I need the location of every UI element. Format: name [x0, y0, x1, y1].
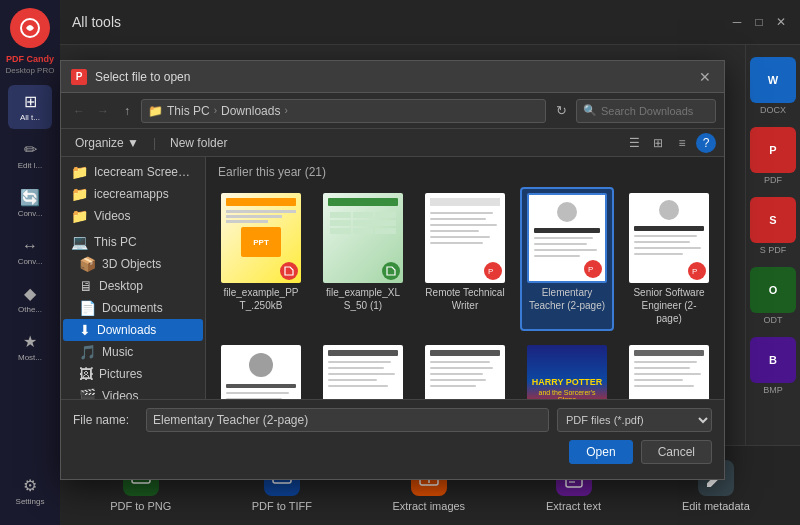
back-button[interactable]: ← [69, 101, 89, 121]
nav-item-documents[interactable]: 📄 Documents [63, 297, 203, 319]
filetype-select[interactable]: PDF files (*.pdf) All files (*.*) [557, 408, 712, 432]
file-label-elementary: Elementary Teacher (2-page) [527, 286, 607, 312]
nav-docs-icon: 📄 [79, 300, 96, 316]
nav-item-downloads[interactable]: ⬇ Downloads [63, 319, 203, 341]
right-tool-odt[interactable]: O ODT [748, 263, 798, 329]
help-button[interactable]: ? [696, 133, 716, 153]
organize-button[interactable]: Organize ▼ [69, 134, 145, 152]
right-tool-spdf[interactable]: S S PDF [748, 193, 798, 259]
close-button[interactable]: ✕ [774, 15, 788, 29]
nav-item-pictures[interactable]: 🖼 Pictures [63, 363, 203, 385]
file-label-remote: Remote Technical Writer [425, 286, 505, 312]
nav-label-icecreamapps: icecreamapps [94, 187, 195, 201]
bmp-tool-icon: B [750, 337, 796, 383]
nav-label-videos2: Videos [102, 389, 195, 399]
dialog-close-button[interactable]: ✕ [696, 68, 714, 86]
nav-pc-icon: 💻 [71, 234, 88, 250]
nav-label-3d: 3D Objects [102, 257, 195, 271]
cancel-button[interactable]: Cancel [641, 440, 712, 464]
right-panel: W DOCX P PDF S S PDF O ODT B BMP [745, 45, 800, 475]
edit-metadata-label: Edit metadata [682, 500, 750, 512]
refresh-button[interactable]: ↻ [550, 100, 572, 122]
nav-item-3d-objects[interactable]: 📦 3D Objects [63, 253, 203, 275]
sidebar-item-other[interactable]: ◆ Othe... [8, 277, 52, 321]
file-label-senior: Senior Software Engineer (2-page) [629, 286, 709, 325]
search-input[interactable] [601, 105, 709, 117]
nav-desktop-icon: 🖥 [79, 278, 93, 294]
file-thumbnail-senior: P [629, 193, 709, 283]
sidebar-item-convert2[interactable]: ↔ Conv... [8, 229, 52, 273]
dialog-addressbar: ← → ↑ 📁 This PC › Downloads › ↻ 🔍 [61, 93, 724, 129]
view-grid-button[interactable]: ⊞ [648, 133, 668, 153]
path-folder-icon: 📁 [148, 104, 163, 118]
hp-title: HARRY POTTER [532, 377, 603, 388]
file-thumbnail-elementary: P [527, 193, 607, 283]
file-thumb-remote[interactable]: P Remote Technical Writer [418, 187, 512, 331]
sidebar-item-most[interactable]: ★ Most... [8, 325, 52, 369]
file-thumb-ppt[interactable]: PPT file_example_PPT_.250kB [214, 187, 308, 331]
nav-downloads-icon: ⬇ [79, 322, 91, 338]
nav-label-documents: Documents [102, 301, 195, 315]
file-thumb-hp[interactable]: HARRY POTTER and the Sorcerer's Stone P … [520, 339, 614, 399]
sidebar-item-all-tools[interactable]: ⊞ All t... [8, 85, 52, 129]
elementary-badge: P [584, 260, 602, 278]
app-background: PDF Candy Desktop PRO ⊞ All t... ✏ Edit … [0, 0, 800, 525]
file-thumb-download[interactable]: W download (1) [214, 339, 308, 399]
sidebar-item-all-tools-label: All t... [20, 113, 40, 122]
nav-label-desktop: Desktop [99, 279, 195, 293]
maximize-button[interactable]: □ [752, 15, 766, 29]
file-thumb-elementary[interactable]: P Elementary Teacher (2-page) [520, 187, 614, 331]
dialog-title-icon: P [71, 69, 87, 85]
nav-folder-icon: 📁 [71, 164, 88, 180]
file-open-dialog: P Select file to open ✕ ← → ↑ 📁 This PC … [60, 60, 725, 480]
sidebar-item-convert1[interactable]: 🔄 Conv... [8, 181, 52, 225]
nav-item-icecreamapps[interactable]: 📁 icecreamapps [63, 183, 203, 205]
spdf-tool-icon: S [750, 197, 796, 243]
right-tool-pdf[interactable]: P PDF [748, 123, 798, 189]
nav-videos-icon: 🎬 [79, 388, 96, 399]
minimize-button[interactable]: ─ [730, 15, 744, 29]
view-list-button[interactable]: ☰ [624, 133, 644, 153]
bmp-tool-label: BMP [763, 385, 783, 395]
file-thumbnail-hp: HARRY POTTER and the Sorcerer's Stone P [527, 345, 607, 399]
remote-badge: P [484, 262, 502, 280]
new-folder-button[interactable]: New folder [164, 134, 233, 152]
sidebar-item-settings[interactable]: ⚙ Settings [8, 469, 52, 513]
file-label-ppt: file_example_PPT_.250kB [221, 286, 301, 312]
file-thumb-contract[interactable]: W Service-Contract-Template 2 [316, 339, 410, 399]
pdf-to-png-label: PDF to PNG [110, 500, 171, 512]
nav-item-videos2[interactable]: 🎬 Videos [63, 385, 203, 399]
search-icon: 🔍 [583, 104, 597, 117]
nav-item-music[interactable]: 🎵 Music [63, 341, 203, 363]
sidebar-item-edit[interactable]: ✏ Edit l... [8, 133, 52, 177]
nav-item-videos1[interactable]: 📁 Videos [63, 205, 203, 227]
nav-item-this-pc[interactable]: 💻 This PC [63, 231, 203, 253]
extract-images-label: Extract images [392, 500, 465, 512]
file-thumb-romeo[interactable]: P romeo-and-juliet [622, 339, 716, 399]
convert1-icon: 🔄 [20, 188, 40, 207]
nav-pictures-icon: 🖼 [79, 366, 93, 382]
odt-tool-label: ODT [764, 315, 783, 325]
view-details-button[interactable]: ≡ [672, 133, 692, 153]
forward-button[interactable]: → [93, 101, 113, 121]
svg-text:P: P [488, 267, 493, 276]
nav-item-icecream[interactable]: 📁 Icecream Screen Rec [63, 161, 203, 183]
nav-item-desktop[interactable]: 🖥 Desktop [63, 275, 203, 297]
app-tier-label: Desktop PRO [6, 66, 55, 75]
right-tool-bmp[interactable]: B BMP [748, 333, 798, 399]
nav-label-this-pc: This PC [94, 235, 195, 249]
up-button[interactable]: ↑ [117, 101, 137, 121]
files-section-label: Earlier this year (21) [214, 165, 716, 179]
sidebar-item-most-label: Most... [18, 353, 42, 362]
address-path[interactable]: 📁 This PC › Downloads › [141, 99, 546, 123]
svg-text:P: P [588, 265, 593, 274]
file-thumb-senior[interactable]: P Senior Software Engineer (2-page) [622, 187, 716, 331]
right-tool-docx[interactable]: W DOCX [748, 53, 798, 119]
filename-input[interactable] [146, 408, 549, 432]
open-button[interactable]: Open [569, 440, 632, 464]
file-thumb-sample[interactable]: P file sample [418, 339, 512, 399]
search-box[interactable]: 🔍 [576, 99, 716, 123]
dialog-bottom: File name: PDF files (*.pdf) All files (… [61, 399, 724, 479]
file-thumb-xls[interactable]: file_example_XLS_50 (1) [316, 187, 410, 331]
file-thumbnail-contract: W [323, 345, 403, 399]
